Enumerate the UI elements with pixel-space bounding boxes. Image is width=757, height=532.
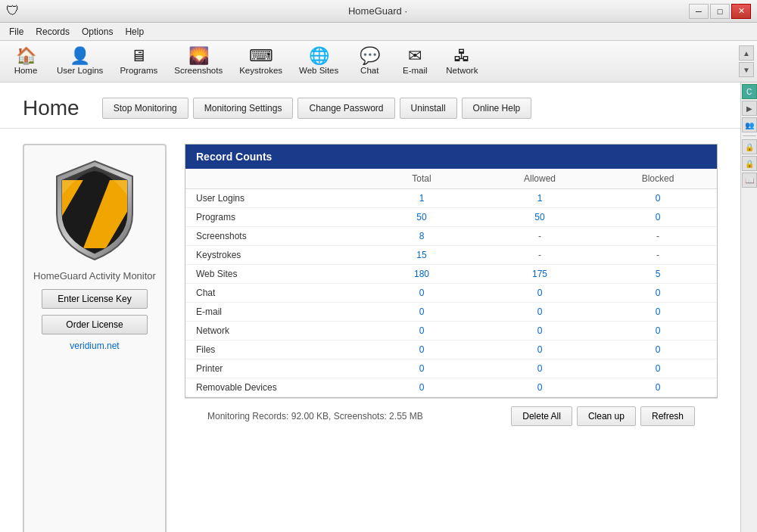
table-row: Files000 — [185, 341, 717, 359]
sidebar-book-icon[interactable]: 📖 — [742, 173, 757, 188]
col-name — [185, 169, 363, 189]
uninstall-button[interactable]: Uninstall — [400, 98, 457, 119]
record-allowed: 0 — [481, 303, 599, 322]
record-total: 0 — [363, 341, 481, 359]
toolbar-chat[interactable]: 💬 Chat — [347, 44, 392, 79]
record-blocked: 0 — [599, 322, 717, 341]
minimize-button[interactable]: ─ — [689, 4, 709, 19]
order-license-button[interactable]: Order License — [42, 315, 148, 334]
col-total: Total — [363, 169, 481, 189]
table-row: Printer000 — [185, 359, 717, 378]
window-controls: ─ □ ✕ — [689, 4, 751, 19]
records-table-wrapper: Record Counts Total Allowed Blocked User… — [185, 144, 718, 398]
toolbar-keystrokes[interactable]: ⌨ Keystrokes — [231, 44, 291, 79]
sidebar-scroll-up[interactable]: ▲ — [739, 45, 754, 61]
records-panel: Record Counts Total Allowed Blocked User… — [185, 144, 718, 532]
toolbar-network[interactable]: 🖧 Network — [438, 44, 486, 79]
table-row: Web Sites1801755 — [185, 265, 717, 284]
monitoring-settings-button[interactable]: Monitoring Settings — [193, 98, 294, 119]
toolbar-home[interactable]: 🏠 Home — [3, 44, 48, 79]
change-password-button[interactable]: Change Password — [298, 98, 394, 119]
record-allowed: 50 — [481, 208, 599, 227]
record-name: Network — [185, 322, 363, 341]
col-allowed: Allowed — [481, 169, 599, 189]
right-sidebar: C ▶ 👥 🔒 🔒 📖 — [740, 82, 757, 532]
restore-button[interactable]: □ — [710, 4, 730, 19]
web-icon: 🌐 — [309, 48, 329, 64]
record-name: Programs — [185, 208, 363, 227]
chat-icon: 💬 — [360, 48, 380, 64]
record-name: Chat — [185, 284, 363, 303]
record-blocked: - — [599, 227, 717, 246]
veridium-link[interactable]: veridium.net — [70, 341, 119, 351]
table-row: Removable Devices000 — [185, 378, 717, 397]
online-help-button[interactable]: Online Help — [462, 98, 532, 119]
record-allowed: 1 — [481, 189, 599, 208]
record-name: Screenshots — [185, 227, 363, 246]
clean-up-button[interactable]: Clean up — [577, 406, 636, 426]
sidebar-lock-gold-icon[interactable]: 🔒 — [742, 139, 757, 154]
menu-file[interactable]: File — [3, 24, 30, 39]
record-blocked: 0 — [599, 208, 717, 227]
action-buttons: Stop Monitoring Monitoring Settings Chan… — [102, 98, 532, 119]
toolbar-user-logins[interactable]: 👤 User Logins — [48, 44, 111, 79]
sidebar-people-icon[interactable]: 👥 — [742, 117, 757, 132]
sidebar-lock-icon[interactable]: 🔒 — [742, 156, 757, 171]
menu-options[interactable]: Options — [76, 24, 119, 39]
record-blocked: 0 — [599, 284, 717, 303]
records-header: Record Counts — [185, 145, 717, 169]
body-content: HomeGuard Activity Monitor Enter License… — [0, 129, 740, 532]
record-blocked: 0 — [599, 189, 717, 208]
record-allowed: 175 — [481, 265, 599, 284]
menu-records[interactable]: Records — [30, 24, 76, 39]
toolbar-chat-label: Chat — [360, 66, 378, 75]
record-name: User Logins — [185, 189, 363, 208]
table-row: User Logins110 — [185, 189, 717, 208]
sidebar-arrow-right[interactable]: ▶ — [742, 101, 757, 116]
stop-monitoring-button[interactable]: Stop Monitoring — [102, 98, 188, 119]
toolbar-programs-label: Programs — [120, 66, 157, 75]
record-name: Removable Devices — [185, 378, 363, 397]
record-total: 50 — [363, 208, 481, 227]
record-total: 8 — [363, 227, 481, 246]
home-icon: 🏠 — [16, 48, 36, 64]
record-total: 0 — [363, 322, 481, 341]
footer-buttons: Delete All Clean up Refresh — [511, 406, 695, 426]
toolbar-web-sites-label: Web Sites — [299, 66, 338, 75]
enter-license-button[interactable]: Enter License Key — [42, 289, 148, 309]
page-title: Home — [23, 96, 79, 120]
delete-all-button[interactable]: Delete All — [511, 406, 572, 426]
table-row: Programs50500 — [185, 208, 717, 227]
shield-logo — [49, 157, 140, 263]
menu-help[interactable]: Help — [119, 24, 150, 39]
toolbar-programs[interactable]: 🖥 Programs — [111, 44, 166, 79]
email-icon: ✉ — [408, 48, 422, 64]
table-row: Keystrokes15-- — [185, 246, 717, 265]
refresh-button[interactable]: Refresh — [640, 406, 695, 426]
toolbar-network-label: Network — [446, 66, 478, 75]
toolbar-email-label: E-mail — [403, 66, 428, 75]
toolbar-email[interactable]: ✉ E-mail — [392, 44, 438, 79]
record-name: Printer — [185, 359, 363, 378]
content-area: Home Stop Monitoring Monitoring Settings… — [0, 82, 740, 532]
close-button[interactable]: ✕ — [731, 4, 751, 19]
record-blocked: 0 — [599, 378, 717, 397]
menu-bar: File Records Options Help — [0, 23, 757, 41]
record-allowed: 0 — [481, 341, 599, 359]
programs-icon: 🖥 — [130, 48, 147, 64]
col-blocked: Blocked — [599, 169, 717, 189]
record-name: E-mail — [185, 303, 363, 322]
toolbar-screenshots[interactable]: 🌄 Screenshots — [166, 44, 231, 79]
table-row: Chat000 — [185, 284, 717, 303]
record-blocked: 0 — [599, 359, 717, 378]
record-allowed: 0 — [481, 378, 599, 397]
toolbar-web-sites[interactable]: 🌐 Web Sites — [291, 44, 347, 79]
record-blocked: - — [599, 246, 717, 265]
record-total: 0 — [363, 378, 481, 397]
record-name: Keystrokes — [185, 246, 363, 265]
sidebar-scroll-down[interactable]: ▼ — [739, 62, 754, 77]
sidebar-green-icon[interactable]: C — [742, 84, 757, 99]
toolbar-keystrokes-label: Keystrokes — [239, 66, 282, 75]
record-allowed: - — [481, 227, 599, 246]
table-row: Screenshots8-- — [185, 227, 717, 246]
